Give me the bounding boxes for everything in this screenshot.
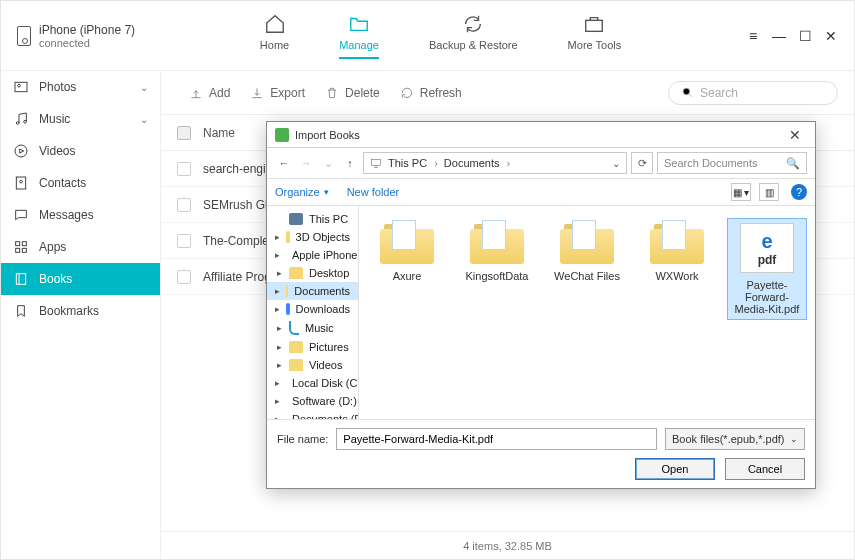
sidebar-item-books[interactable]: Books — [1, 263, 160, 295]
minimize-button[interactable]: — — [772, 29, 786, 43]
dialog-app-icon — [275, 128, 289, 142]
open-button[interactable]: Open — [635, 458, 715, 480]
maximize-button[interactable]: ☐ — [798, 29, 812, 43]
device-connected: connected — [39, 37, 135, 49]
file-type-select[interactable]: Book files(*.epub,*.pdf)⌄ — [665, 428, 805, 450]
bookmark-icon — [13, 303, 29, 319]
tab-home[interactable]: Home — [260, 13, 289, 59]
svg-point-3 — [16, 122, 19, 125]
svg-rect-12 — [16, 274, 25, 285]
sidebar-item-videos[interactable]: Videos — [1, 135, 160, 167]
tree-item[interactable]: ▸3D Objects — [267, 228, 358, 246]
svg-rect-11 — [22, 248, 26, 252]
dialog-search-input[interactable]: Search Documents 🔍 — [657, 152, 807, 174]
dialog-titlebar: Import Books ✕ — [267, 122, 815, 148]
nav-back-button[interactable]: ← — [275, 157, 293, 169]
svg-rect-14 — [372, 160, 381, 166]
add-button[interactable]: Add — [189, 86, 230, 100]
delete-button[interactable]: Delete — [325, 86, 380, 100]
tree-item[interactable]: ▸Documents — [267, 282, 358, 300]
svg-rect-10 — [16, 248, 20, 252]
tree-item[interactable]: ▸Desktop — [267, 264, 358, 282]
breadcrumb[interactable]: This PC Documents ⌄ — [363, 152, 627, 174]
tree-item[interactable]: ▸Pictures — [267, 338, 358, 356]
export-button[interactable]: Export — [250, 86, 305, 100]
menu-icon[interactable]: ≡ — [746, 29, 760, 43]
file-folder[interactable]: KingsoftData — [457, 218, 537, 286]
preview-pane-button[interactable]: ▥ — [759, 183, 779, 201]
dialog-toolbar: Organize ▾ New folder ▦ ▾ ▥ ? — [267, 178, 815, 206]
nav-recent-button[interactable]: ⌄ — [319, 157, 337, 170]
phone-icon — [17, 26, 31, 46]
tree-item[interactable]: ▸Music — [267, 318, 358, 338]
status-bar: 4 items, 32.85 MB — [161, 531, 854, 559]
sidebar-item-bookmarks[interactable]: Bookmarks — [1, 295, 160, 327]
sidebar-item-apps[interactable]: Apps — [1, 231, 160, 263]
tab-backup[interactable]: Backup & Restore — [429, 13, 518, 59]
video-icon — [13, 143, 29, 159]
dialog-nav: ← → ⌄ ↑ This PC Documents ⌄ ⟳ Search Doc… — [267, 148, 815, 178]
dialog-close-button[interactable]: ✕ — [783, 127, 807, 143]
svg-point-5 — [15, 145, 27, 157]
device-status: iPhone (iPhone 7) connected — [17, 23, 135, 49]
folder-icon — [348, 13, 370, 35]
contacts-icon — [13, 175, 29, 191]
tree-item[interactable]: ▸Apple iPhone — [267, 246, 358, 264]
search-icon: 🔍 — [786, 157, 800, 170]
messages-icon — [13, 207, 29, 223]
sidebar-item-contacts[interactable]: Contacts — [1, 167, 160, 199]
chevron-down-icon: ⌄ — [140, 82, 148, 93]
tab-manage[interactable]: Manage — [339, 13, 379, 59]
select-all-checkbox[interactable] — [177, 126, 191, 140]
nav-forward-button[interactable]: → — [297, 157, 315, 169]
tree-item[interactable]: This PC — [267, 210, 358, 228]
content-toolbar: Add Export Delete Refresh Search — [161, 71, 854, 115]
sidebar-item-photos[interactable]: Photos ⌄ — [1, 71, 160, 103]
file-name-input[interactable] — [336, 428, 657, 450]
apps-icon — [13, 239, 29, 255]
row-checkbox[interactable] — [177, 198, 191, 212]
window-buttons: ≡ — ☐ ✕ — [746, 29, 838, 43]
close-button[interactable]: ✕ — [824, 29, 838, 43]
top-bar: iPhone (iPhone 7) connected Home Manage … — [1, 1, 854, 71]
search-input[interactable]: Search — [668, 81, 838, 105]
file-folder[interactable]: WXWork — [637, 218, 717, 286]
sync-icon — [462, 13, 484, 35]
svg-rect-8 — [16, 242, 20, 246]
column-name: Name — [203, 126, 235, 140]
file-folder[interactable]: Axure — [367, 218, 447, 286]
sidebar-item-music[interactable]: Music ⌄ — [1, 103, 160, 135]
svg-rect-9 — [22, 242, 26, 246]
tree-item[interactable]: ▸Downloads — [267, 300, 358, 318]
nav-up-button[interactable]: ↑ — [341, 157, 359, 169]
tab-more-tools[interactable]: More Tools — [568, 13, 622, 59]
svg-point-4 — [24, 120, 27, 123]
refresh-button[interactable]: Refresh — [400, 86, 462, 100]
tree-item[interactable]: ▸Software (D:) — [267, 392, 358, 410]
svg-point-7 — [20, 180, 23, 183]
tree-item[interactable]: ▸Videos — [267, 356, 358, 374]
search-icon — [681, 86, 694, 99]
new-folder-button[interactable]: New folder — [347, 186, 400, 198]
music-icon — [13, 111, 29, 127]
file-grid[interactable]: AxureKingsoftDataWeChat FilesWXWorkepdfP… — [359, 206, 815, 419]
home-icon — [264, 13, 286, 35]
sidebar-item-messages[interactable]: Messages — [1, 199, 160, 231]
folder-tree[interactable]: This PC▸3D Objects▸Apple iPhone▸Desktop▸… — [267, 206, 359, 419]
row-checkbox[interactable] — [177, 234, 191, 248]
file-open-dialog: Import Books ✕ ← → ⌄ ↑ This PC Documents… — [266, 121, 816, 489]
tree-item[interactable]: ▸Documents (E:) — [267, 410, 358, 419]
photos-icon — [13, 79, 29, 95]
breadcrumb-drop-icon[interactable]: ⌄ — [612, 158, 620, 169]
nav-refresh-button[interactable]: ⟳ — [631, 152, 653, 174]
row-checkbox[interactable] — [177, 270, 191, 284]
file-pdf[interactable]: epdfPayette-Forward-Media-Kit.pdf — [727, 218, 807, 320]
row-checkbox[interactable] — [177, 162, 191, 176]
organize-menu[interactable]: Organize ▾ — [275, 186, 329, 198]
toolbox-icon — [583, 13, 605, 35]
tree-item[interactable]: ▸Local Disk (C:) — [267, 374, 358, 392]
file-folder[interactable]: WeChat Files — [547, 218, 627, 286]
view-mode-button[interactable]: ▦ ▾ — [731, 183, 751, 201]
cancel-button[interactable]: Cancel — [725, 458, 805, 480]
help-button[interactable]: ? — [791, 184, 807, 200]
